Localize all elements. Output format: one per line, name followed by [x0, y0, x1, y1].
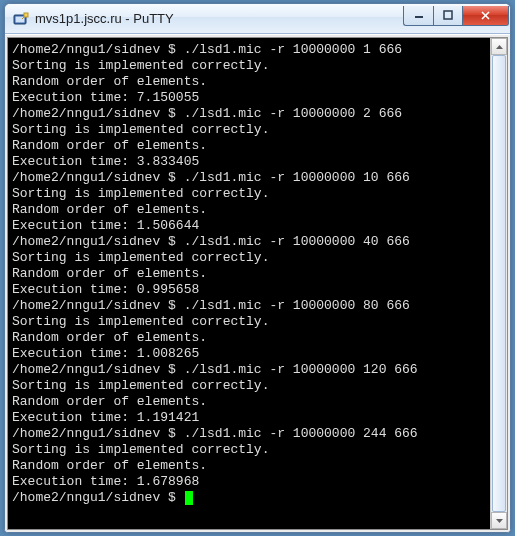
terminal-frame: /home2/nngu1/sidnev $ ./lsd1.mic -r 1000… — [7, 37, 508, 530]
maximize-icon — [443, 10, 453, 20]
terminal-line: Random order of elements. — [12, 394, 488, 410]
terminal-line: Execution time: 1.678968 — [12, 474, 488, 490]
terminal-line: Sorting is implemented correctly. — [12, 378, 488, 394]
terminal-line: Random order of elements. — [12, 202, 488, 218]
terminal-line: Random order of elements. — [12, 330, 488, 346]
terminal-line: Execution time: 1.506644 — [12, 218, 488, 234]
putty-window: mvs1p1.jscc.ru - PuTTY /home2/nngu1/sidn… — [4, 3, 511, 533]
close-icon — [480, 10, 491, 21]
chevron-down-icon — [496, 519, 503, 523]
terminal-line: Execution time: 7.150055 — [12, 90, 488, 106]
terminal-prompt: /home2/nngu1/sidnev $ — [12, 490, 488, 506]
close-button[interactable] — [463, 6, 509, 26]
terminal-line: Sorting is implemented correctly. — [12, 186, 488, 202]
svg-rect-2 — [24, 13, 28, 17]
chevron-up-icon — [496, 45, 503, 49]
scroll-up-button[interactable] — [491, 38, 507, 55]
vertical-scrollbar[interactable] — [490, 38, 507, 529]
terminal-line: /home2/nngu1/sidnev $ ./lsd1.mic -r 1000… — [12, 42, 488, 58]
minimize-icon — [414, 10, 424, 20]
terminal-line: Execution time: 0.995658 — [12, 282, 488, 298]
terminal-line: /home2/nngu1/sidnev $ ./lsd1.mic -r 1000… — [12, 362, 488, 378]
title-bar[interactable]: mvs1p1.jscc.ru - PuTTY — [5, 4, 510, 34]
terminal-line: Sorting is implemented correctly. — [12, 314, 488, 330]
window-title: mvs1p1.jscc.ru - PuTTY — [35, 11, 397, 26]
terminal-line: Random order of elements. — [12, 74, 488, 90]
terminal-line: Execution time: 1.191421 — [12, 410, 488, 426]
terminal-line: /home2/nngu1/sidnev $ ./lsd1.mic -r 1000… — [12, 234, 488, 250]
terminal-line: Sorting is implemented correctly. — [12, 250, 488, 266]
maximize-button[interactable] — [433, 6, 463, 26]
terminal-line: /home2/nngu1/sidnev $ ./lsd1.mic -r 1000… — [12, 170, 488, 186]
scroll-down-button[interactable] — [491, 512, 507, 529]
terminal[interactable]: /home2/nngu1/sidnev $ ./lsd1.mic -r 1000… — [8, 38, 490, 529]
terminal-line: Sorting is implemented correctly. — [12, 442, 488, 458]
terminal-line: Random order of elements. — [12, 266, 488, 282]
terminal-line: Random order of elements. — [12, 138, 488, 154]
terminal-line: Sorting is implemented correctly. — [12, 122, 488, 138]
terminal-line: /home2/nngu1/sidnev $ ./lsd1.mic -r 1000… — [12, 426, 488, 442]
cursor — [185, 491, 193, 505]
scrollbar-thumb[interactable] — [492, 55, 506, 512]
terminal-line: Execution time: 3.833405 — [12, 154, 488, 170]
putty-icon — [13, 11, 29, 27]
terminal-line: /home2/nngu1/sidnev $ ./lsd1.mic -r 1000… — [12, 298, 488, 314]
svg-marker-9 — [496, 519, 503, 523]
scrollbar-track[interactable] — [491, 55, 507, 512]
svg-rect-5 — [444, 11, 452, 19]
client-area: /home2/nngu1/sidnev $ ./lsd1.mic -r 1000… — [5, 34, 510, 532]
terminal-line: Sorting is implemented correctly. — [12, 58, 488, 74]
terminal-line: /home2/nngu1/sidnev $ ./lsd1.mic -r 1000… — [12, 106, 488, 122]
terminal-line: Execution time: 1.008265 — [12, 346, 488, 362]
minimize-button[interactable] — [403, 6, 433, 26]
window-controls — [403, 6, 509, 26]
svg-marker-8 — [496, 45, 503, 49]
svg-rect-4 — [415, 16, 423, 18]
terminal-line: Random order of elements. — [12, 458, 488, 474]
